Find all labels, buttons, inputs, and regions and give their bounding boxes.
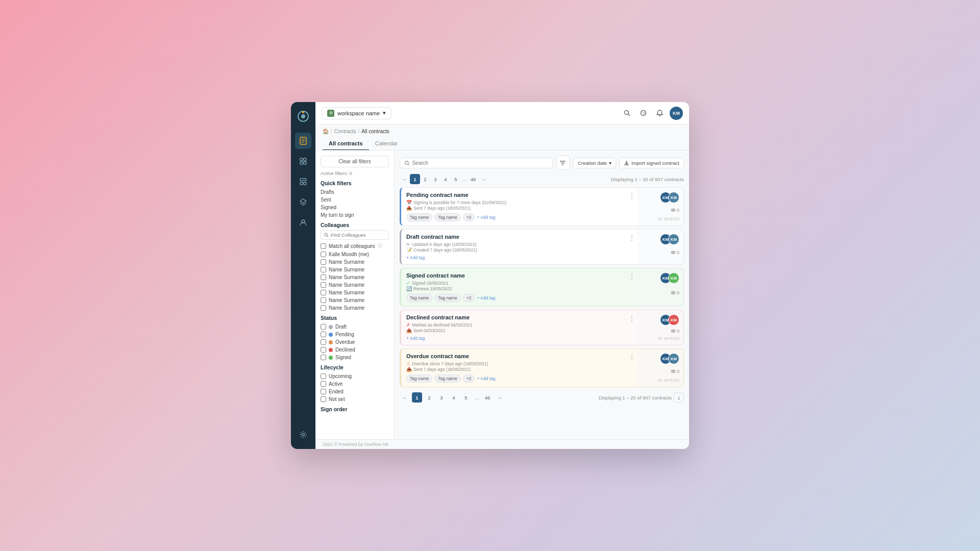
bottom-page-next-button[interactable]: → [495, 392, 505, 403]
nav-template-icon[interactable] [295, 173, 311, 190]
pending-title: Pending contract name [406, 192, 632, 198]
bottom-page-prev-button[interactable]: ← [400, 392, 410, 403]
pending-tag-1[interactable]: Tag name [406, 213, 432, 221]
colleague-1[interactable]: Name Surname [321, 258, 389, 266]
bottom-page-1-button[interactable]: 1 [412, 392, 422, 403]
pending-more-button[interactable]: ⋮ [628, 192, 635, 200]
contract-card-draft[interactable]: Draft contract name ✏ Updated 6 days ago… [400, 229, 684, 265]
lifecycle-not-set[interactable]: Not set [321, 395, 389, 403]
search-box[interactable] [400, 158, 553, 168]
filter-icon-button[interactable] [556, 156, 570, 170]
colleagues-search[interactable] [321, 230, 389, 240]
match-all-colleagues[interactable]: Match all colleagues ⓘ [321, 242, 389, 251]
svg-line-17 [628, 114, 630, 116]
home-icon[interactable]: 🏠 [323, 129, 329, 134]
search-icon[interactable] [621, 107, 633, 119]
app-logo[interactable] [295, 108, 311, 124]
status-signed[interactable]: Signed [321, 354, 389, 361]
filter-sent[interactable]: Sent [321, 196, 389, 204]
colleague-me[interactable]: Kalle Moodh (me) [321, 251, 389, 258]
colleague-3[interactable]: Name Surname [321, 273, 389, 281]
signed-more-button[interactable]: ⋮ [628, 272, 635, 281]
overdue-warn-icon: ⚠ [406, 361, 410, 366]
nav-settings-icon[interactable] [295, 427, 311, 443]
page-next-button[interactable]: → [478, 174, 488, 184]
bottom-page-3-button[interactable]: 3 [436, 392, 447, 403]
breadcrumb-contracts[interactable]: Contracts [334, 129, 356, 134]
page-prev-button[interactable]: ← [400, 174, 410, 184]
overdue-tag-2[interactable]: Tag name [434, 374, 460, 383]
draft-dot [329, 325, 333, 329]
bottom-page-46-button[interactable]: 46 [482, 392, 493, 403]
nav-layers-icon[interactable] [295, 194, 311, 210]
declined-more-button[interactable]: ⋮ [628, 314, 635, 322]
overdue-card-id: ID 1879725 [658, 378, 679, 383]
filter-signed[interactable]: Signed [321, 204, 389, 211]
page-2-button[interactable]: 2 [420, 174, 430, 184]
colleague-4[interactable]: Name Surname [321, 281, 389, 289]
draft-add-tag[interactable]: + Add tag [406, 255, 425, 260]
pending-tag-more[interactable]: +2 [463, 213, 475, 221]
lifecycle-ended[interactable]: Ended [321, 388, 389, 395]
workspace-button[interactable]: ⚙ workspace name ▾ [322, 107, 391, 119]
contract-card-declined[interactable]: Declined contract name ✗ Marked as decli… [400, 310, 684, 345]
contract-card-signed[interactable]: Signed contract name ✓ Signed 18/05/2021… [400, 268, 684, 307]
tab-all-contracts[interactable]: All contracts [323, 137, 369, 151]
draft-meta-text-2: Created 7 days ago (18/05/2021) [413, 247, 477, 253]
signed-tag-1[interactable]: Tag name [406, 294, 432, 302]
page-4-button[interactable]: 4 [440, 174, 451, 184]
signed-add-tag[interactable]: + Add tag [477, 295, 495, 300]
status-pending[interactable]: Pending [321, 331, 389, 338]
contract-card-overdue[interactable]: Overdue contract name ⚠ Overdue since 7 … [400, 348, 684, 387]
status-overdue[interactable]: Overdue [321, 338, 389, 346]
sort-button[interactable]: Creation date ▾ [573, 158, 616, 168]
signed-views: 0 [671, 290, 679, 295]
declined-add-tag[interactable]: + Add tag [406, 336, 425, 341]
page-body: Clear all filters Active filters: 0 Quic… [315, 150, 689, 439]
overdue-more-button[interactable]: ⋮ [628, 353, 635, 361]
overdue-tag-more[interactable]: +2 [463, 374, 475, 383]
status-declined[interactable]: Declined [321, 346, 389, 354]
bottom-page-2-button[interactable]: 2 [424, 392, 434, 403]
colleague-2[interactable]: Name Surname [321, 266, 389, 273]
bottom-page-4-button[interactable]: 4 [449, 392, 459, 403]
colleague-5[interactable]: Name Surname [321, 289, 389, 296]
declined-avatars: KM KM [660, 314, 679, 325]
user-avatar[interactable]: KM [670, 107, 683, 120]
page-3-button[interactable]: 3 [430, 174, 440, 184]
colleague-7[interactable]: Name Surname [321, 304, 389, 312]
svg-point-32 [673, 292, 674, 294]
filter-drafts[interactable]: Drafts [321, 188, 389, 196]
draft-tags: + Add tag [406, 255, 632, 260]
page-46-button[interactable]: 46 [468, 174, 478, 184]
pending-add-tag[interactable]: + Add tag [477, 215, 495, 220]
pending-tag-2[interactable]: Tag name [434, 213, 460, 221]
page-1-button[interactable]: 1 [410, 174, 420, 184]
draft-more-button[interactable]: ⋮ [628, 234, 635, 242]
colleague-6[interactable]: Name Surname [321, 296, 389, 304]
nav-contacts-icon[interactable] [295, 214, 311, 231]
filter-my-turn[interactable]: My turn to sign [321, 211, 389, 219]
status-draft[interactable]: Draft [321, 323, 389, 331]
tab-calendar[interactable]: Calendar [369, 137, 404, 151]
signed-tag-more[interactable]: +2 [463, 294, 475, 302]
lifecycle-upcoming[interactable]: Upcoming [321, 372, 389, 380]
colleagues-search-input[interactable] [331, 232, 385, 238]
lifecycle-active[interactable]: Active [321, 380, 389, 388]
help-icon[interactable]: ? [637, 107, 649, 119]
import-signed-contract-button[interactable]: Import signed contract [619, 158, 684, 168]
signed-tag-2[interactable]: Tag name [434, 294, 460, 302]
views-icon-declined [671, 329, 676, 334]
signed-title: Signed contract name [406, 272, 632, 279]
page-5-button[interactable]: 5 [451, 174, 461, 184]
bottom-page-5-button[interactable]: 5 [461, 392, 471, 403]
download-icon[interactable]: ↓ [674, 392, 684, 403]
notification-icon[interactable] [653, 107, 666, 119]
search-input[interactable] [412, 160, 548, 166]
contract-card-pending[interactable]: Pending contract name 📅 Signing is possi… [400, 187, 684, 226]
nav-contracts-icon[interactable] [295, 133, 311, 149]
overdue-add-tag[interactable]: + Add tag [477, 376, 495, 381]
nav-grid-icon[interactable] [295, 153, 311, 169]
clear-filters-button[interactable]: Clear all filters [321, 156, 389, 167]
overdue-tag-1[interactable]: Tag name [406, 374, 432, 383]
